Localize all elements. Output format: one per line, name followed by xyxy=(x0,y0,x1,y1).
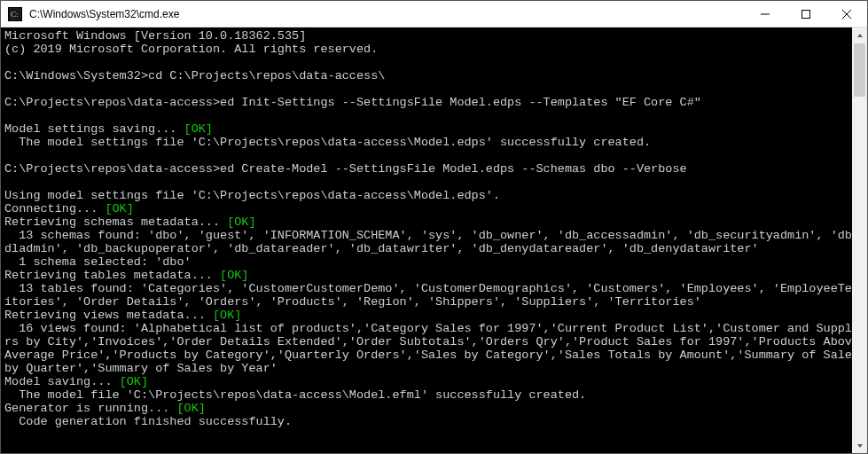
console-line xyxy=(4,109,852,122)
console-line: rs by City','Invoices','Order Details Ex… xyxy=(4,335,852,348)
svg-marker-7 xyxy=(857,34,863,37)
console-line: 13 schemas found: 'dbo', 'guest', 'INFOR… xyxy=(4,229,852,242)
svg-rect-4 xyxy=(802,10,810,18)
console-line xyxy=(4,176,852,189)
console-line: Connecting... [OK] xyxy=(4,202,852,215)
titlebar: C: C:\Windows\System32\cmd.exe xyxy=(1,1,867,27)
console-line: Code generation finished successfully. xyxy=(4,415,852,428)
console-line: (c) 2019 Microsoft Corporation. All righ… xyxy=(4,43,852,56)
ok-status: [OK] xyxy=(213,309,241,322)
console-line: The model settings file 'C:\Projects\rep… xyxy=(4,136,852,149)
console-line: Retrieving views metadata... [OK] xyxy=(4,309,852,322)
window-title: C:\Windows\System32\cmd.exe xyxy=(27,8,745,20)
console-text: Model saving... xyxy=(4,375,120,388)
console-line: by Quarter','Summary of Sales by Year' xyxy=(4,362,852,375)
console-line xyxy=(4,56,852,69)
ok-status: [OK] xyxy=(220,269,248,282)
ok-status: [OK] xyxy=(120,375,148,388)
ok-status: [OK] xyxy=(184,122,213,136)
window-controls xyxy=(745,1,867,27)
ok-status: [OK] xyxy=(227,215,255,229)
console-line: C:\Projects\repos\data-access>ed Init-Se… xyxy=(4,96,852,109)
cmd-icon: C: xyxy=(8,7,22,21)
console-text: Generator is running... xyxy=(4,402,176,415)
cmd-window: C: C:\Windows\System32\cmd.exe Microsoft… xyxy=(0,0,868,454)
svg-marker-8 xyxy=(857,444,863,448)
scroll-thumb[interactable] xyxy=(854,43,865,97)
console-line: Generator is running... [OK] xyxy=(4,402,852,415)
console-line xyxy=(4,82,852,96)
ok-status: [OK] xyxy=(105,202,133,215)
console-line: Average Price','Products by Category','Q… xyxy=(4,348,852,362)
console-line: 13 tables found: 'Categories', 'Customer… xyxy=(4,282,852,295)
console-line: Retrieving tables metadata... [OK] xyxy=(4,269,852,282)
console-text: Retrieving views metadata... xyxy=(4,309,213,322)
console-line: Model saving... [OK] xyxy=(4,375,852,388)
console-line: C:\Windows\System32>cd C:\Projects\repos… xyxy=(4,69,852,82)
console-line: 16 views found: 'Alphabetical list of pr… xyxy=(4,322,852,335)
scroll-down-button[interactable] xyxy=(852,438,867,453)
console-line: dladmin', 'db_backupoperator', 'db_datar… xyxy=(4,242,852,255)
console-line: Microsoft Windows [Version 10.0.18362.53… xyxy=(4,29,852,43)
console-line: Retrieving schemas metadata... [OK] xyxy=(4,215,852,229)
console-line: itories', 'Order Details', 'Orders', 'Pr… xyxy=(4,295,852,309)
console-line: The model file 'C:\Projects\repos\data-a… xyxy=(4,388,852,402)
console-text: Retrieving tables metadata... xyxy=(4,269,220,282)
console-line: Model settings saving... [OK] xyxy=(4,122,852,136)
minimize-button[interactable] xyxy=(745,1,786,27)
svg-text:C:: C: xyxy=(11,10,19,19)
console-text: Model settings saving... xyxy=(4,122,184,136)
console-output[interactable]: Microsoft Windows [Version 10.0.18362.53… xyxy=(1,27,852,453)
console-area: Microsoft Windows [Version 10.0.18362.53… xyxy=(1,27,867,453)
console-text: Connecting... xyxy=(4,202,105,215)
console-line: 1 schema selected: 'dbo' xyxy=(4,255,852,269)
console-line: C:\Projects\repos\data-access>ed Create-… xyxy=(4,162,852,176)
console-line: Using model settings file 'C:\Projects\r… xyxy=(4,189,852,202)
close-button[interactable] xyxy=(826,1,867,27)
scroll-up-button[interactable] xyxy=(852,27,867,43)
console-line xyxy=(4,149,852,162)
vertical-scrollbar[interactable] xyxy=(852,27,867,453)
ok-status: [OK] xyxy=(176,402,205,415)
console-text: Retrieving schemas metadata... xyxy=(4,215,227,229)
maximize-button[interactable] xyxy=(786,1,826,27)
